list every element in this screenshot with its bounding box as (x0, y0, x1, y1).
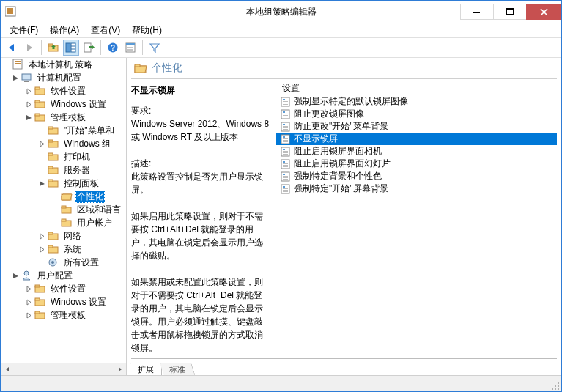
settings-list[interactable]: 强制显示特定的默认锁屏图像阻止更改锁屏图像防止更改"开始"菜单背景不显示锁屏阻止… (276, 95, 557, 357)
setting-label: 强制特定背景和个性色 (294, 170, 382, 182)
tree-server[interactable]: 服务器 (62, 164, 92, 177)
menu-file[interactable]: 文件(F) (4, 23, 44, 38)
setting-item[interactable]: 阻止启用锁屏界面相机 (276, 145, 557, 158)
setting-item[interactable]: 强制显示特定的默认锁屏图像 (276, 95, 557, 108)
twisty-closed-icon[interactable] (37, 232, 46, 240)
tree-network[interactable]: 网络 (62, 230, 83, 243)
setting-item[interactable]: 阻止更改锁屏图像 (276, 108, 557, 120)
svg-rect-82 (283, 149, 285, 150)
requirements-label: 要求: (131, 104, 271, 117)
svg-rect-47 (48, 232, 53, 234)
svg-point-52 (24, 271, 29, 275)
folder-open-icon (134, 62, 147, 74)
tree-root[interactable]: 本地计算机 策略 (27, 59, 94, 71)
scroll-left-icon[interactable] (1, 363, 13, 376)
statusbar (1, 375, 561, 391)
back-button[interactable] (4, 40, 20, 56)
tree-u-windows-settings[interactable]: Windows 设置 (49, 296, 108, 308)
column-header-setting[interactable]: 设置 (276, 81, 557, 95)
minimize-button[interactable] (460, 4, 493, 20)
tree-u-admin-templates[interactable]: 管理模板 (49, 309, 87, 322)
policy-root-icon (12, 59, 24, 70)
twisty-closed-icon[interactable] (24, 297, 33, 306)
svg-rect-62 (283, 99, 285, 100)
svg-point-105 (555, 388, 556, 390)
setting-item[interactable]: 不显示锁屏 (276, 133, 557, 145)
svg-rect-95 (283, 179, 288, 180)
tree-personalization[interactable]: 个性化 (75, 191, 105, 203)
tree-u-software-settings[interactable]: 软件设置 (49, 283, 87, 295)
up-folder-button[interactable] (45, 40, 62, 56)
tree-printers[interactable]: 打印机 (62, 151, 92, 163)
tree-system[interactable]: 系统 (62, 243, 83, 256)
tree-software-settings[interactable]: 软件设置 (49, 85, 87, 97)
tab-extended[interactable]: 扩展 (130, 363, 162, 376)
app-icon (5, 6, 17, 18)
export-button[interactable] (81, 40, 97, 56)
tree-windows-settings[interactable]: Windows 设置 (49, 98, 108, 111)
close-button[interactable] (526, 4, 561, 20)
filter-button[interactable] (147, 40, 163, 56)
twisty-closed-icon[interactable] (37, 139, 46, 148)
tree-admin-templates[interactable]: 管理模板 (49, 111, 87, 124)
tab-standard[interactable]: 标准 (160, 363, 196, 376)
scroll-right-icon[interactable] (114, 363, 126, 376)
titlebar: 本地组策略编辑器 (1, 1, 561, 23)
tree-all-settings[interactable]: 所有设置 (62, 256, 100, 269)
folder-icon (48, 177, 59, 189)
properties-button[interactable] (122, 40, 138, 56)
toolbar: ? (1, 37, 561, 58)
svg-rect-32 (48, 127, 53, 129)
folder-icon (48, 138, 59, 149)
tree-control-panel[interactable]: 控制面板 (62, 177, 100, 190)
description-label: 描述: (131, 157, 271, 170)
svg-rect-45 (62, 219, 66, 221)
maximize-button[interactable] (493, 4, 526, 20)
resize-grip-icon[interactable] (550, 380, 560, 391)
folder-icon (48, 151, 59, 163)
svg-rect-26 (35, 87, 40, 89)
menu-action[interactable]: 操作(A) (44, 23, 85, 38)
menu-help[interactable]: 帮助(H) (126, 23, 168, 38)
twisty-open-icon[interactable] (24, 113, 33, 122)
tree-computer-config[interactable]: 计算机配置 (36, 72, 83, 84)
svg-rect-6 (506, 8, 514, 10)
menubar: 文件(F) 操作(A) 查看(V) 帮助(H) (1, 23, 561, 37)
svg-rect-79 (283, 140, 288, 141)
twisty-closed-icon[interactable] (24, 100, 33, 108)
setting-item[interactable]: 强制特定"开始"屏幕背景 (276, 182, 557, 195)
svg-rect-10 (71, 43, 75, 52)
svg-rect-69 (283, 115, 288, 116)
twisty-closed-icon[interactable] (24, 86, 33, 95)
svg-rect-49 (48, 245, 53, 248)
tree-windows-components[interactable]: Windows 组 (62, 138, 112, 150)
tree-user-config[interactable]: 用户配置 (36, 270, 74, 282)
twisty-open-icon[interactable] (37, 179, 46, 188)
setting-item[interactable]: 强制特定背景和个性色 (276, 170, 557, 182)
twisty-icon[interactable] (2, 60, 11, 69)
setting-item[interactable]: 阻止启用锁屏界面幻灯片 (276, 158, 557, 170)
tree-start-menu[interactable]: "开始"菜单和 (62, 125, 116, 137)
svg-rect-73 (283, 126, 288, 127)
horizontal-scrollbar[interactable] (1, 363, 126, 375)
twisty-closed-icon[interactable] (37, 245, 46, 254)
svg-rect-93 (283, 176, 288, 177)
description-body-3: 如果禁用或未配置此策略设置，则对于不需要按 Ctrl+Alt+Del 就能登录的… (131, 275, 271, 355)
twisty-closed-icon[interactable] (24, 311, 33, 319)
menu-view[interactable]: 查看(V) (85, 23, 126, 38)
tree-user-accounts[interactable]: 用户帐户 (75, 217, 114, 229)
twisty-closed-icon[interactable] (24, 284, 33, 293)
setting-item[interactable]: 防止更改"开始"菜单背景 (276, 120, 557, 133)
window: 本地组策略编辑器 文件(F) 操作(A) 查看(V) 帮助(H) ? (0, 0, 562, 392)
tree-region-lang[interactable]: 区域和语言 (75, 204, 122, 216)
details-view-button[interactable] (63, 40, 79, 56)
twisty-open-icon[interactable] (11, 73, 20, 82)
user-icon (21, 270, 33, 281)
help-button[interactable]: ? (105, 40, 121, 56)
folder-icon (48, 243, 59, 255)
twisty-open-icon[interactable] (11, 271, 20, 280)
svg-rect-56 (35, 298, 40, 300)
tree[interactable]: 本地计算机 策略 计算机配置 软件设置 Windows 设置 管理模板 "开始"… (1, 58, 126, 363)
svg-rect-92 (283, 174, 285, 175)
forward-button[interactable] (21, 40, 37, 56)
